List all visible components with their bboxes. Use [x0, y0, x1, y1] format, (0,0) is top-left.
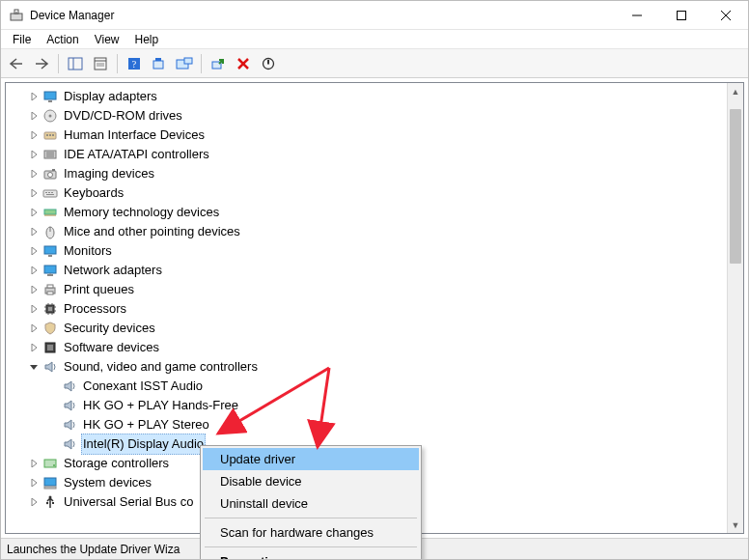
svg-rect-16	[155, 58, 161, 61]
chevron-right-icon[interactable]	[27, 145, 41, 164]
scan-hardware-button[interactable]	[148, 52, 171, 75]
scroll-track[interactable]	[728, 99, 743, 517]
chevron-right-icon[interactable]	[27, 280, 41, 299]
properties-button[interactable]	[89, 52, 112, 75]
svg-point-30	[52, 134, 54, 136]
chevron-right-icon[interactable]	[27, 473, 41, 492]
tree-item-label: DVD/CD-ROM drives	[62, 106, 184, 126]
ide-icon	[42, 147, 58, 162]
tree-category[interactable]: Security devices	[14, 319, 743, 338]
tree-item-label: Conexant ISST Audio	[81, 377, 205, 396]
tree-category[interactable]: Software devices	[14, 338, 743, 357]
chevron-right-icon[interactable]	[27, 106, 41, 126]
tree-category-expanded[interactable]: Sound, video and game controllers	[14, 357, 743, 377]
camera-icon	[42, 166, 58, 182]
ctx-update-driver[interactable]: Update driver	[203, 448, 419, 470]
svg-rect-4	[678, 11, 686, 19]
disable-device-button[interactable]	[257, 52, 280, 75]
close-button[interactable]	[704, 1, 748, 30]
tree-item-label: Human Interface Devices	[62, 126, 207, 145]
tree-category[interactable]: Human Interface Devices	[14, 126, 743, 145]
tree-category[interactable]: Network adapters	[14, 261, 743, 280]
chevron-right-icon[interactable]	[27, 261, 41, 280]
chevron-right-icon[interactable]	[27, 338, 41, 357]
chevron-right-icon[interactable]	[27, 87, 41, 106]
svg-rect-23	[44, 92, 56, 99]
speaker-icon	[62, 378, 77, 394]
svg-point-36	[48, 173, 53, 178]
memory-icon	[42, 205, 58, 220]
svg-rect-18	[184, 58, 192, 64]
tree-device[interactable]: HK GO + PLAY Hands-Free	[14, 396, 743, 415]
vertical-scrollbar[interactable]: ▲ ▼	[727, 83, 743, 533]
disc-icon	[42, 108, 58, 124]
ctx-disable-device[interactable]: Disable device	[203, 470, 419, 492]
tree-item-label: Mice and other pointing devices	[62, 222, 242, 241]
svg-rect-24	[48, 100, 52, 102]
ctx-separator	[205, 546, 417, 547]
chevron-right-icon[interactable]	[27, 183, 41, 203]
svg-rect-0	[11, 14, 22, 20]
usb-icon	[42, 494, 58, 510]
scroll-thumb[interactable]	[730, 109, 741, 264]
maximize-button[interactable]	[659, 1, 704, 30]
svg-rect-37	[52, 169, 55, 171]
update-driver-button[interactable]	[173, 52, 196, 75]
svg-rect-52	[44, 246, 56, 254]
monitor-icon	[42, 89, 58, 104]
ctx-uninstall-device[interactable]: Uninstall device	[203, 492, 419, 515]
tree-category[interactable]: Monitors	[14, 241, 743, 261]
svg-rect-40	[48, 192, 50, 193]
enable-device-button[interactable]	[207, 52, 230, 75]
speaker-icon	[62, 398, 77, 413]
chevron-right-icon[interactable]	[27, 454, 41, 473]
svg-rect-74	[44, 478, 56, 486]
tree-category[interactable]: DVD/CD-ROM drives	[14, 106, 743, 126]
tree-category[interactable]: Mice and other pointing devices	[14, 222, 743, 241]
menu-file[interactable]: File	[5, 31, 39, 48]
tree-category[interactable]: Keyboards	[14, 183, 743, 203]
tree-category[interactable]: IDE ATA/ATAPI controllers	[14, 145, 743, 164]
tree-category[interactable]: Print queues	[14, 280, 743, 299]
mouse-icon	[42, 224, 58, 239]
chevron-right-icon[interactable]	[27, 203, 41, 222]
ctx-scan-hardware[interactable]: Scan for hardware changes	[203, 521, 419, 544]
tree-item-label: Intel(R) Display Audio	[81, 434, 206, 455]
menu-bar: File Action View Help	[1, 30, 748, 49]
menu-help[interactable]: Help	[127, 31, 167, 48]
minimize-button[interactable]	[615, 1, 659, 30]
tree-category[interactable]: Imaging devices	[14, 164, 743, 183]
tree-item-label: HK GO + PLAY Hands-Free	[81, 396, 240, 415]
tree-device[interactable]: HK GO + PLAY Stereo	[14, 415, 743, 434]
scroll-up-arrow[interactable]: ▲	[728, 83, 743, 99]
chevron-right-icon[interactable]	[27, 126, 41, 145]
chevron-right-icon[interactable]	[27, 299, 41, 319]
speaker-icon	[42, 359, 58, 375]
tree-item-label: Security devices	[62, 319, 157, 338]
window-title: Device Manager	[30, 9, 114, 22]
chevron-right-icon[interactable]	[27, 319, 41, 338]
title-bar: Device Manager	[1, 1, 748, 30]
menu-action[interactable]: Action	[39, 31, 86, 48]
show-hide-tree-button[interactable]	[64, 52, 87, 75]
chevron-right-icon[interactable]	[27, 492, 41, 512]
chevron-down-icon[interactable]	[27, 357, 41, 377]
tree-category[interactable]: Memory technology devices	[14, 203, 743, 222]
tree-item-label: Processors	[62, 299, 128, 319]
tree-device[interactable]: Conexant ISST Audio	[14, 377, 743, 396]
chevron-right-icon[interactable]	[27, 164, 41, 183]
chevron-right-icon[interactable]	[27, 222, 41, 241]
scroll-down-arrow[interactable]: ▼	[728, 517, 743, 533]
tree-category[interactable]: Processors	[14, 299, 743, 319]
uninstall-device-button[interactable]	[232, 52, 255, 75]
svg-rect-78	[52, 502, 54, 504]
tree-category[interactable]: Display adapters	[14, 87, 743, 106]
svg-rect-71	[47, 345, 53, 350]
help-button[interactable]: ?	[123, 52, 146, 75]
ctx-properties[interactable]: Properties	[203, 550, 419, 560]
chevron-right-icon[interactable]	[27, 241, 41, 261]
back-button[interactable]	[5, 52, 28, 75]
menu-view[interactable]: View	[87, 31, 127, 48]
forward-button[interactable]	[30, 52, 53, 75]
svg-text:?: ?	[132, 59, 137, 70]
